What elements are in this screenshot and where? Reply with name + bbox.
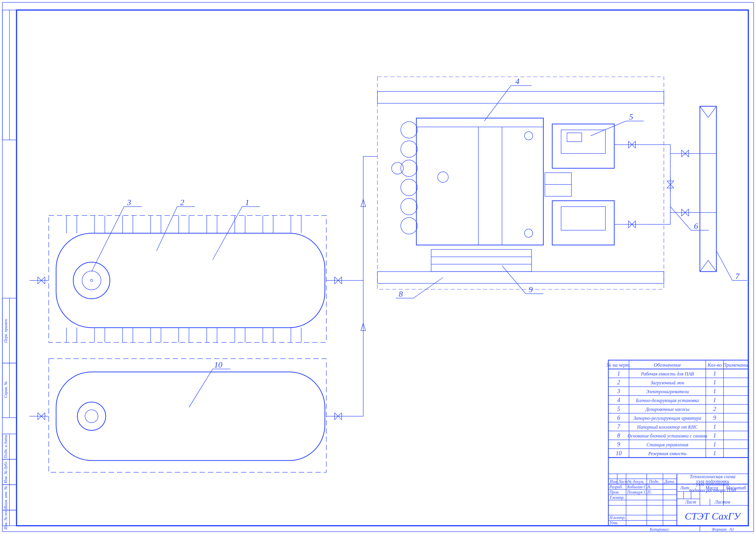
callout-4: 4 bbox=[515, 77, 520, 86]
title-line1b: Технологическая схема bbox=[690, 474, 735, 479]
svg-point-51 bbox=[82, 271, 101, 290]
callout-8: 8 bbox=[399, 289, 403, 298]
callout-5: 5 bbox=[629, 112, 633, 121]
r-doc: № докум. bbox=[628, 479, 644, 484]
callout-6: 6 bbox=[694, 221, 698, 230]
riser-pipe bbox=[351, 156, 377, 416]
svg-point-72 bbox=[401, 218, 417, 234]
r-utv: Утв. bbox=[609, 521, 618, 525]
bom-h-no: № на черт. bbox=[606, 362, 631, 368]
bom-qty: 1 bbox=[713, 423, 716, 430]
side-label: Подп. и дата bbox=[4, 435, 8, 459]
bom-des: Загрузочный люк bbox=[651, 380, 685, 386]
bom-qty: 1 bbox=[713, 432, 716, 439]
svg-rect-56 bbox=[377, 77, 664, 289]
svg-rect-58 bbox=[377, 272, 664, 283]
r-data: Дата bbox=[664, 479, 674, 484]
callout-3: 3 bbox=[127, 198, 131, 207]
svg-rect-83 bbox=[700, 106, 716, 272]
r-list: Лист bbox=[618, 479, 628, 484]
lit: Лит. bbox=[680, 485, 690, 490]
svg-rect-1 bbox=[16, 10, 748, 526]
r-nkontr: Н.контр. bbox=[609, 516, 626, 520]
svg-rect-0 bbox=[2, 2, 754, 532]
svg-point-66 bbox=[401, 121, 417, 138]
tank-10-reserve bbox=[49, 359, 326, 472]
bom-des: Дозировочные насосы bbox=[645, 407, 689, 412]
a1: А1 bbox=[729, 527, 734, 532]
r-izm: Изм bbox=[609, 479, 617, 484]
bom-h-qty: Кол-во bbox=[707, 362, 721, 368]
bom-des: Станция управления bbox=[646, 442, 688, 447]
svg-point-70 bbox=[401, 179, 417, 196]
svg-rect-73 bbox=[431, 250, 531, 272]
bom-des: Основание блочной установки с санями bbox=[628, 433, 707, 439]
callout-9: 9 bbox=[528, 285, 533, 294]
svg-rect-13 bbox=[49, 216, 326, 342]
bom-h-des: Обозначение bbox=[654, 362, 681, 368]
callout-1: 1 bbox=[245, 198, 249, 207]
svg-point-52 bbox=[90, 279, 93, 281]
bom-no: 10 bbox=[616, 450, 622, 456]
svg-point-54 bbox=[77, 402, 106, 430]
svg-point-67 bbox=[401, 141, 417, 157]
listov: Листов bbox=[715, 499, 730, 504]
bom-no: 1 bbox=[617, 370, 620, 377]
callout-10: 10 bbox=[214, 360, 222, 369]
valve-icon bbox=[30, 277, 351, 420]
svg-rect-78 bbox=[567, 133, 582, 142]
org: СТЭТ СахГУ bbox=[685, 511, 742, 521]
svg-rect-59 bbox=[417, 118, 543, 245]
bom-no: 7 bbox=[617, 423, 620, 430]
svg-rect-76 bbox=[552, 124, 614, 168]
r-prov: Пров. bbox=[609, 490, 620, 494]
bom-des: Блочно-дозирующая установка bbox=[635, 398, 699, 403]
svg-rect-57 bbox=[377, 92, 664, 103]
title-line3: водного раствора ПАВ bbox=[689, 488, 736, 493]
side-label: Взам. инв. № bbox=[4, 486, 8, 509]
bom-no: 6 bbox=[617, 414, 620, 421]
side-label: Инв. № подл. bbox=[4, 507, 8, 530]
list: Лист bbox=[685, 499, 696, 504]
r-razrab: Разраб. bbox=[609, 485, 623, 489]
tank-1-working bbox=[49, 216, 326, 342]
bom-qty: 1 bbox=[713, 441, 716, 447]
side-label: Перв. примен. bbox=[4, 318, 8, 343]
side-label: Инв. № дубл. bbox=[4, 461, 8, 484]
bom-qty: 2 bbox=[713, 406, 716, 412]
svg-point-69 bbox=[392, 162, 403, 174]
bom-qty: 1 bbox=[713, 370, 716, 377]
svg-rect-53 bbox=[49, 359, 326, 472]
svg-rect-80 bbox=[561, 207, 606, 230]
callout-7: 7 bbox=[735, 272, 740, 281]
bom-qty: 1 bbox=[713, 450, 716, 456]
bom-qty: 9 bbox=[713, 414, 716, 421]
title-line2b: узла подготовки bbox=[695, 479, 729, 484]
bom-h-note: Примечание bbox=[723, 362, 749, 368]
svg-point-64 bbox=[525, 132, 533, 140]
name1: Кобылин С.А. bbox=[627, 485, 651, 489]
bom-des: Электронагреватели bbox=[646, 389, 689, 394]
svg-point-65 bbox=[525, 229, 533, 237]
side-label: Справ. № bbox=[4, 381, 8, 398]
bom-qty: 1 bbox=[713, 388, 716, 394]
bom-des: Запорно-регулирующая арматура bbox=[634, 415, 701, 421]
bom-no: 5 bbox=[617, 406, 620, 412]
kop: Копировал: bbox=[649, 527, 670, 532]
bom-no: 8 bbox=[617, 432, 620, 439]
svg-point-71 bbox=[401, 199, 417, 215]
svg-point-63 bbox=[438, 172, 448, 182]
r-tkontr: Т.контр. bbox=[609, 495, 625, 500]
format: Формат bbox=[712, 527, 727, 532]
collector-pipe bbox=[700, 106, 716, 272]
bom-des: Резервная емкость bbox=[648, 451, 686, 456]
bom-no: 4 bbox=[617, 397, 620, 403]
bom-no: 9 bbox=[617, 441, 620, 447]
svg-rect-101 bbox=[608, 458, 748, 474]
bom-des: Рабочая емкость для ПАВ bbox=[641, 371, 694, 376]
svg-point-55 bbox=[85, 410, 98, 423]
name2: Полящук С.П. bbox=[627, 490, 652, 494]
bom-des: Напорный коллектор от КНС bbox=[637, 424, 698, 430]
bom-qty: 1 bbox=[713, 379, 716, 386]
r-podp: Подп. bbox=[649, 479, 660, 484]
